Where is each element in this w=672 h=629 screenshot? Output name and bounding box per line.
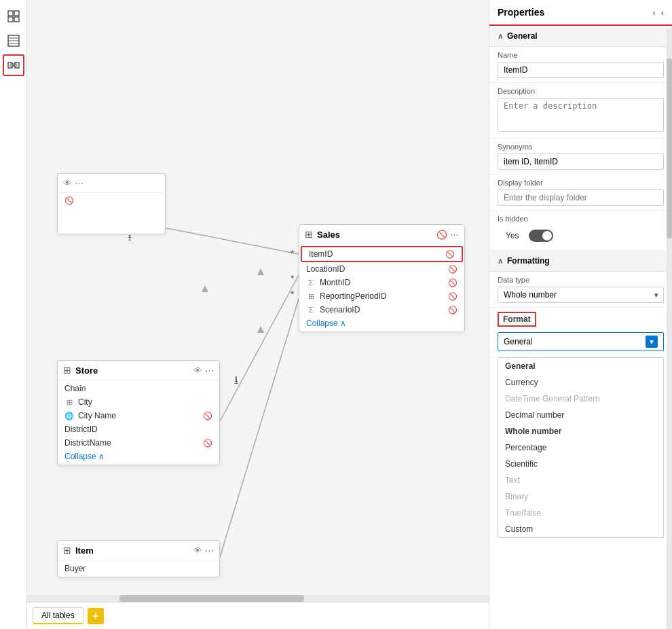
- reportingperiodid-label: ReportingPeriodID: [320, 291, 444, 301]
- store-collapse[interactable]: Collapse ∧: [58, 450, 219, 463]
- sales-collapse[interactable]: Collapse ∧: [299, 317, 464, 330]
- sales-table: ⊞ Sales 🚫 ⋯ ItemID 🚫 LocationID 🚫 Σ Mont…: [299, 224, 465, 332]
- svg-line-18: [220, 299, 299, 557]
- sales-table-name: Sales: [317, 230, 432, 240]
- display-folder-input[interactable]: [498, 190, 664, 206]
- item-more-icon[interactable]: ⋯: [205, 545, 214, 556]
- format-option-scientific[interactable]: Scientific: [498, 456, 663, 472]
- general-chevron: ∧: [498, 32, 503, 41]
- svg-rect-3: [14, 17, 19, 22]
- relation-1b-label: 1: [234, 377, 238, 385]
- model-view-icon[interactable]: [3, 54, 24, 76]
- formatting-section-header: ∧ Formatting: [489, 251, 672, 272]
- itemid-eye-icon: 🚫: [445, 250, 455, 259]
- data-view-icon[interactable]: [3, 30, 24, 52]
- is-hidden-field: Is hidden Yes: [489, 211, 672, 251]
- general-section-header: ∧ General: [489, 26, 672, 47]
- format-select-open[interactable]: General ▾: [498, 332, 664, 351]
- format-option-general[interactable]: General: [498, 358, 663, 374]
- store-table-body: Chain ⊞ City 🌐 City Name 🚫 DistrictID Di…: [58, 380, 219, 465]
- city-label: City: [78, 397, 212, 407]
- reportingperiodid-field-row[interactable]: ⊞ ReportingPeriodID 🚫: [299, 289, 464, 303]
- cityname-eye-icon: 🚫: [203, 412, 212, 420]
- city-field-row[interactable]: ⊞ City: [58, 395, 219, 409]
- item-table-name: Item: [75, 545, 189, 556]
- store-table: ⊞ Store 👁 ⋯ Chain ⊞ City 🌐 City Name 🚫 D…: [57, 360, 220, 465]
- name-input[interactable]: [498, 62, 664, 78]
- format-selected-value: General: [504, 337, 533, 346]
- properties-scrollbar[interactable]: [667, 29, 672, 629]
- data-type-label: Data type: [498, 276, 664, 284]
- locationid-eye-icon: 🚫: [448, 265, 458, 274]
- format-option-currency[interactable]: Currency: [498, 374, 663, 391]
- all-tables-tab[interactable]: All tables: [33, 607, 83, 624]
- svg-rect-1: [14, 11, 19, 16]
- item-eye-icon[interactable]: 👁: [193, 545, 202, 556]
- formatting-label: Formatting: [507, 256, 550, 266]
- synonyms-field: Synonyms: [489, 139, 672, 175]
- svg-marker-22: [257, 326, 264, 333]
- item-table-body: Buyer: [58, 560, 219, 577]
- monthid-field-row[interactable]: Σ MonthID 🚫: [299, 276, 464, 289]
- format-option-whole[interactable]: Whole number: [498, 423, 663, 439]
- name-field: Name: [489, 47, 672, 83]
- data-type-select-wrapper: Whole number ▾: [498, 287, 664, 303]
- itemid-field-row[interactable]: ItemID 🚫: [301, 246, 463, 262]
- buyer-label: Buyer: [64, 564, 212, 573]
- format-option-datetime: DateTime General Pattern: [498, 391, 663, 407]
- properties-header: Properties › ‹: [489, 0, 672, 26]
- synonyms-label: Synonyms: [498, 143, 664, 151]
- more-icon[interactable]: ⋯: [75, 178, 83, 188]
- format-dropdown-arrow[interactable]: ▾: [646, 336, 658, 348]
- cityname-field-row[interactable]: 🌐 City Name 🚫: [58, 409, 219, 423]
- collapse-icon[interactable]: ‹: [661, 7, 664, 18]
- description-input[interactable]: [498, 98, 664, 132]
- more-icon[interactable]: ⋯: [450, 230, 459, 240]
- item-table: ⊞ Item 👁 ⋯ Buyer: [57, 540, 220, 577]
- unknown-table: 👁 ⋯ 🚫: [57, 173, 166, 234]
- field-row: 🚫: [58, 194, 165, 207]
- format-option-percentage[interactable]: Percentage: [498, 439, 663, 456]
- reporting-eye-icon: 🚫: [448, 292, 458, 301]
- locationid-label: LocationID: [306, 264, 444, 274]
- globe-icon: 🌐: [64, 412, 74, 420]
- districtname-eye-icon: 🚫: [203, 439, 212, 448]
- store-eye-icon[interactable]: 👁: [193, 365, 202, 376]
- format-option-custom[interactable]: Custom: [498, 521, 663, 537]
- is-hidden-toggle[interactable]: [529, 230, 553, 242]
- sales-table-header: ⊞ Sales 🚫 ⋯: [299, 225, 464, 245]
- is-hidden-value: Yes: [506, 231, 519, 240]
- format-option-binary: Binary: [498, 488, 663, 505]
- svg-line-12: [220, 275, 299, 421]
- display-folder-field: Display folder: [489, 175, 672, 211]
- format-option-decimal[interactable]: Decimal number: [498, 407, 663, 423]
- districtid-field-row[interactable]: DistrictID: [58, 423, 219, 436]
- horizontal-scrollbar[interactable]: [27, 595, 489, 602]
- add-tab-button[interactable]: +: [88, 608, 104, 624]
- store-table-icon: ⊞: [63, 365, 71, 376]
- scenarioid-field-row[interactable]: Σ ScenarioID 🚫: [299, 303, 464, 317]
- sigma-icon: Σ: [306, 278, 316, 287]
- districtid-label: DistrictID: [64, 425, 212, 434]
- synonyms-input[interactable]: [498, 154, 664, 170]
- props-body: ∧ General Name Description Synonyms Disp…: [489, 26, 672, 629]
- eye-icon[interactable]: 👁: [63, 178, 72, 188]
- districtname-field-row[interactable]: DistrictName 🚫: [58, 436, 219, 450]
- cityname-label: City Name: [78, 411, 199, 420]
- locationid-field-row[interactable]: LocationID 🚫: [299, 262, 464, 276]
- store-more-icon[interactable]: ⋯: [205, 365, 214, 376]
- report-view-icon[interactable]: [3, 5, 24, 27]
- relation-1-label: 1: [128, 234, 132, 242]
- svg-rect-2: [8, 17, 13, 22]
- scenario-eye-icon: 🚫: [448, 306, 458, 314]
- data-type-select[interactable]: Whole number: [498, 287, 664, 303]
- sales-table-body: ItemID 🚫 LocationID 🚫 Σ MonthID 🚫 ⊞ Repo…: [299, 245, 464, 331]
- sales-header-icons: 🚫 ⋯: [436, 230, 459, 240]
- chain-field-row[interactable]: Chain: [58, 382, 219, 395]
- svg-marker-20: [202, 285, 208, 292]
- item-table-icon: ⊞: [63, 545, 71, 556]
- buyer-field-row[interactable]: Buyer: [58, 562, 219, 575]
- eye-slash-icon[interactable]: 🚫: [436, 230, 447, 240]
- hidden-icon: 🚫: [64, 196, 74, 205]
- next-icon[interactable]: ›: [652, 7, 655, 18]
